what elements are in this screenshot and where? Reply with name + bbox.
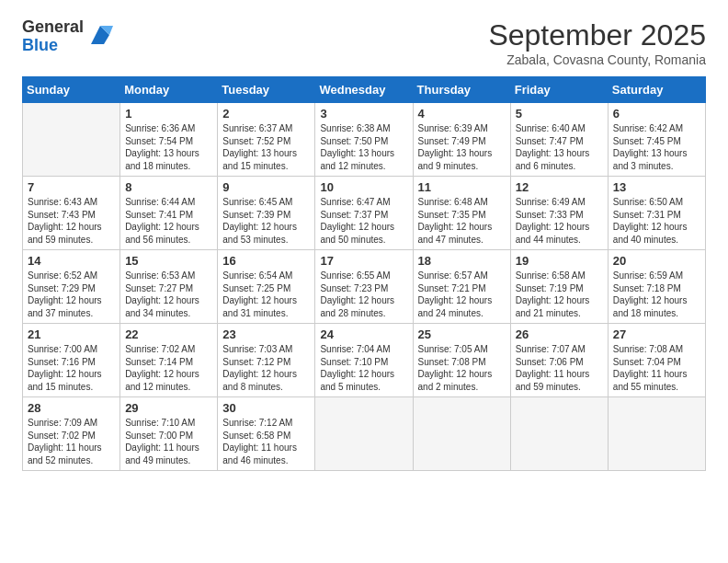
day-number: 28 bbox=[28, 401, 115, 415]
day-number: 26 bbox=[516, 327, 603, 341]
week-row-1: 1Sunrise: 6:36 AMSunset: 7:54 PMDaylight… bbox=[23, 103, 706, 177]
page-header: General Blue September 2025 Zabala, Cova… bbox=[22, 18, 706, 67]
day-info: Sunrise: 6:38 AMSunset: 7:50 PMDaylight:… bbox=[320, 122, 407, 172]
day-info: Sunrise: 6:43 AMSunset: 7:43 PMDaylight:… bbox=[28, 196, 115, 246]
day-info: Sunrise: 7:12 AMSunset: 6:58 PMDaylight:… bbox=[222, 417, 310, 466]
day-info: Sunrise: 6:37 AMSunset: 7:52 PMDaylight:… bbox=[222, 122, 310, 172]
day-number: 18 bbox=[418, 254, 506, 268]
calendar-cell: 4Sunrise: 6:39 AMSunset: 7:49 PMDaylight… bbox=[413, 103, 510, 177]
day-number: 29 bbox=[125, 401, 212, 415]
calendar-cell: 5Sunrise: 6:40 AMSunset: 7:47 PMDaylight… bbox=[510, 103, 608, 177]
calendar-cell bbox=[510, 397, 608, 471]
calendar-cell: 14Sunrise: 6:52 AMSunset: 7:29 PMDayligh… bbox=[23, 250, 120, 324]
day-number: 13 bbox=[613, 180, 700, 194]
calendar-cell: 28Sunrise: 7:09 AMSunset: 7:02 PMDayligh… bbox=[23, 397, 120, 471]
day-number: 22 bbox=[125, 327, 212, 341]
day-info: Sunrise: 6:49 AMSunset: 7:33 PMDaylight:… bbox=[516, 196, 603, 246]
header-sunday: Sunday bbox=[23, 77, 120, 103]
day-number: 11 bbox=[418, 180, 506, 194]
logo: General Blue bbox=[22, 18, 113, 55]
day-number: 20 bbox=[613, 254, 700, 268]
day-number: 3 bbox=[320, 107, 407, 121]
day-info: Sunrise: 6:40 AMSunset: 7:47 PMDaylight:… bbox=[516, 122, 603, 172]
calendar-cell: 24Sunrise: 7:04 AMSunset: 7:10 PMDayligh… bbox=[315, 324, 413, 397]
calendar-cell: 16Sunrise: 6:54 AMSunset: 7:25 PMDayligh… bbox=[218, 250, 315, 324]
day-number: 25 bbox=[418, 327, 506, 341]
calendar-cell: 9Sunrise: 6:45 AMSunset: 7:39 PMDaylight… bbox=[218, 177, 315, 250]
calendar-cell: 27Sunrise: 7:08 AMSunset: 7:04 PMDayligh… bbox=[608, 324, 705, 397]
calendar-cell: 8Sunrise: 6:44 AMSunset: 7:41 PMDaylight… bbox=[120, 177, 218, 250]
day-number: 6 bbox=[613, 107, 700, 121]
header-monday: Monday bbox=[120, 77, 218, 103]
logo-icon bbox=[87, 22, 113, 48]
calendar-table: SundayMondayTuesdayWednesdayThursdayFrid… bbox=[22, 76, 706, 471]
header-wednesday: Wednesday bbox=[315, 77, 413, 103]
calendar-cell: 10Sunrise: 6:47 AMSunset: 7:37 PMDayligh… bbox=[315, 177, 413, 250]
calendar-cell: 29Sunrise: 7:10 AMSunset: 7:00 PMDayligh… bbox=[120, 397, 218, 471]
day-number: 5 bbox=[516, 107, 603, 121]
day-info: Sunrise: 7:03 AMSunset: 7:12 PMDaylight:… bbox=[222, 343, 310, 393]
month-title: September 2025 bbox=[488, 18, 706, 52]
day-number: 8 bbox=[125, 180, 212, 194]
day-info: Sunrise: 6:55 AMSunset: 7:23 PMDaylight:… bbox=[320, 270, 407, 319]
day-info: Sunrise: 6:50 AMSunset: 7:31 PMDaylight:… bbox=[613, 196, 700, 246]
title-block: September 2025 Zabala, Covasna County, R… bbox=[488, 18, 706, 67]
calendar-cell: 17Sunrise: 6:55 AMSunset: 7:23 PMDayligh… bbox=[315, 250, 413, 324]
day-info: Sunrise: 7:02 AMSunset: 7:14 PMDaylight:… bbox=[125, 343, 212, 393]
day-info: Sunrise: 6:44 AMSunset: 7:41 PMDaylight:… bbox=[125, 196, 212, 246]
logo-blue-text: Blue bbox=[22, 37, 84, 55]
calendar-cell bbox=[608, 397, 705, 471]
header-thursday: Thursday bbox=[413, 77, 510, 103]
day-number: 4 bbox=[418, 107, 506, 121]
day-info: Sunrise: 6:48 AMSunset: 7:35 PMDaylight:… bbox=[418, 196, 506, 246]
day-info: Sunrise: 7:10 AMSunset: 7:00 PMDaylight:… bbox=[125, 417, 212, 466]
day-info: Sunrise: 6:54 AMSunset: 7:25 PMDaylight:… bbox=[222, 270, 310, 319]
day-info: Sunrise: 6:53 AMSunset: 7:27 PMDaylight:… bbox=[125, 270, 212, 319]
location-text: Zabala, Covasna County, Romania bbox=[488, 52, 706, 67]
logo-general-text: General bbox=[22, 18, 84, 37]
day-info: Sunrise: 6:52 AMSunset: 7:29 PMDaylight:… bbox=[28, 270, 115, 319]
day-number: 21 bbox=[28, 327, 115, 341]
calendar-cell: 23Sunrise: 7:03 AMSunset: 7:12 PMDayligh… bbox=[218, 324, 315, 397]
calendar-cell: 11Sunrise: 6:48 AMSunset: 7:35 PMDayligh… bbox=[413, 177, 510, 250]
header-saturday: Saturday bbox=[608, 77, 705, 103]
calendar-cell bbox=[23, 103, 120, 177]
calendar-cell: 13Sunrise: 6:50 AMSunset: 7:31 PMDayligh… bbox=[608, 177, 705, 250]
week-row-2: 7Sunrise: 6:43 AMSunset: 7:43 PMDaylight… bbox=[23, 177, 706, 250]
calendar-cell: 26Sunrise: 7:07 AMSunset: 7:06 PMDayligh… bbox=[510, 324, 608, 397]
header-friday: Friday bbox=[510, 77, 608, 103]
calendar-cell: 12Sunrise: 6:49 AMSunset: 7:33 PMDayligh… bbox=[510, 177, 608, 250]
day-info: Sunrise: 6:36 AMSunset: 7:54 PMDaylight:… bbox=[125, 122, 212, 172]
day-info: Sunrise: 7:07 AMSunset: 7:06 PMDaylight:… bbox=[516, 343, 603, 393]
day-number: 16 bbox=[222, 254, 310, 268]
calendar-cell: 22Sunrise: 7:02 AMSunset: 7:14 PMDayligh… bbox=[120, 324, 218, 397]
day-number: 19 bbox=[516, 254, 603, 268]
calendar-cell: 6Sunrise: 6:42 AMSunset: 7:45 PMDaylight… bbox=[608, 103, 705, 177]
day-number: 14 bbox=[28, 254, 115, 268]
calendar-cell: 2Sunrise: 6:37 AMSunset: 7:52 PMDaylight… bbox=[218, 103, 315, 177]
calendar-cell: 30Sunrise: 7:12 AMSunset: 6:58 PMDayligh… bbox=[218, 397, 315, 471]
day-number: 17 bbox=[320, 254, 407, 268]
calendar-cell bbox=[315, 397, 413, 471]
day-info: Sunrise: 6:42 AMSunset: 7:45 PMDaylight:… bbox=[613, 122, 700, 172]
calendar-cell bbox=[413, 397, 510, 471]
day-number: 2 bbox=[222, 107, 310, 121]
calendar-header-row: SundayMondayTuesdayWednesdayThursdayFrid… bbox=[23, 77, 706, 103]
day-number: 15 bbox=[125, 254, 212, 268]
day-info: Sunrise: 6:39 AMSunset: 7:49 PMDaylight:… bbox=[418, 122, 506, 172]
week-row-5: 28Sunrise: 7:09 AMSunset: 7:02 PMDayligh… bbox=[23, 397, 706, 471]
day-info: Sunrise: 7:05 AMSunset: 7:08 PMDaylight:… bbox=[418, 343, 506, 393]
day-info: Sunrise: 7:04 AMSunset: 7:10 PMDaylight:… bbox=[320, 343, 407, 393]
day-number: 24 bbox=[320, 327, 407, 341]
calendar-cell: 1Sunrise: 6:36 AMSunset: 7:54 PMDaylight… bbox=[120, 103, 218, 177]
day-info: Sunrise: 6:45 AMSunset: 7:39 PMDaylight:… bbox=[222, 196, 310, 246]
day-info: Sunrise: 6:57 AMSunset: 7:21 PMDaylight:… bbox=[418, 270, 506, 319]
day-number: 30 bbox=[222, 401, 310, 415]
calendar-cell: 18Sunrise: 6:57 AMSunset: 7:21 PMDayligh… bbox=[413, 250, 510, 324]
header-tuesday: Tuesday bbox=[218, 77, 315, 103]
calendar-cell: 3Sunrise: 6:38 AMSunset: 7:50 PMDaylight… bbox=[315, 103, 413, 177]
day-number: 1 bbox=[125, 107, 212, 121]
week-row-4: 21Sunrise: 7:00 AMSunset: 7:16 PMDayligh… bbox=[23, 324, 706, 397]
day-number: 23 bbox=[222, 327, 310, 341]
day-info: Sunrise: 6:58 AMSunset: 7:19 PMDaylight:… bbox=[516, 270, 603, 319]
